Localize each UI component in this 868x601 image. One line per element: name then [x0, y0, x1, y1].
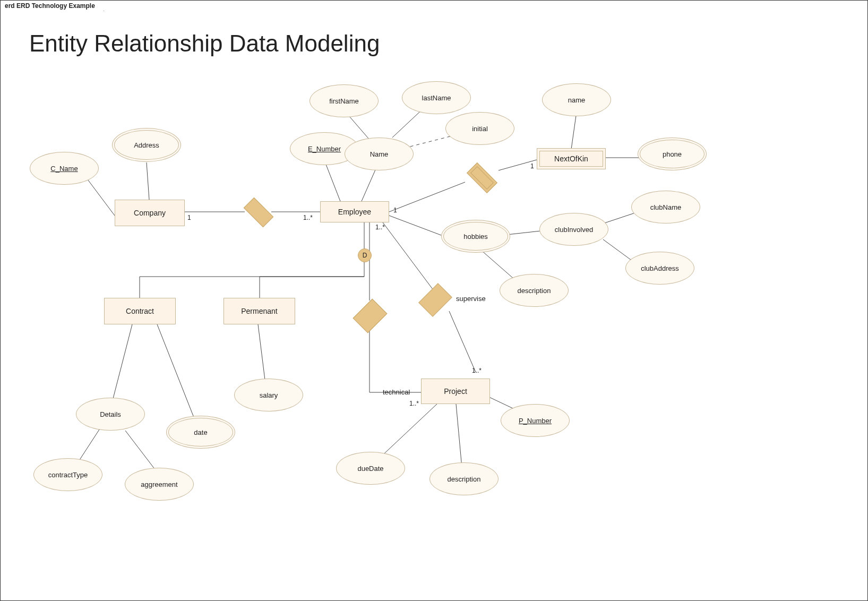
attr-duedate: dueDate	[336, 452, 405, 485]
card-employee-company: 1..*	[303, 214, 313, 221]
svg-line-9	[389, 182, 465, 212]
card-project-technical: 1..*	[409, 400, 419, 407]
card-company: 1	[187, 214, 191, 221]
disjoint-indicator: D	[358, 248, 372, 262]
svg-line-5	[362, 165, 377, 201]
attr-contracttype: contractType	[33, 458, 102, 491]
svg-line-11	[571, 112, 577, 149]
attr-firstname: firstName	[310, 84, 379, 117]
attr-details: Details	[76, 398, 145, 431]
entity-permenant: Permenant	[224, 298, 295, 324]
attr-address: Address	[112, 128, 181, 162]
attr-clubinvolved: clubInvolved	[539, 213, 608, 246]
attr-initial: initial	[445, 112, 514, 145]
card-employee-project: 1..*	[375, 224, 385, 231]
attr-lastname: lastName	[402, 81, 471, 114]
entity-employee: Employee	[320, 201, 389, 222]
svg-line-33	[449, 311, 476, 372]
svg-line-32	[383, 222, 433, 290]
attr-clubaddress: clubAddress	[625, 252, 694, 285]
attr-nok-name: name	[542, 83, 611, 116]
attr-aggreement: aggreement	[125, 468, 194, 501]
frame-tab: erd ERD Technology Example	[0, 0, 104, 11]
attr-phone: phone	[638, 138, 707, 170]
attr-hobbies: hobbies	[441, 220, 510, 253]
svg-line-1	[147, 162, 149, 200]
relationship-supervise	[425, 286, 444, 313]
card-nok: 1	[530, 162, 534, 170]
svg-line-13	[389, 216, 441, 235]
label-technical: technical	[383, 388, 410, 396]
attr-salary: salary	[234, 379, 303, 411]
relationship-technical	[359, 302, 380, 329]
attr-name: Name	[345, 138, 414, 170]
attr-proj-description: description	[429, 462, 499, 495]
card-project-supervise: 1..*	[472, 367, 482, 374]
relationship-employee-nextofkin	[468, 170, 495, 184]
diagram-title: Entity Relationship Data Modeling	[29, 30, 380, 57]
entity-project: Project	[421, 379, 490, 404]
attr-hobbies-description: description	[500, 274, 569, 307]
attr-clubname: clubName	[631, 191, 700, 224]
card-employee-nok: 1	[393, 207, 397, 214]
entity-nextofkin: NextOfKin	[537, 148, 606, 169]
attr-p-number: P_Number	[501, 404, 570, 437]
relationship-company-employee	[245, 205, 271, 219]
label-supervise: supervise	[456, 295, 486, 303]
attr-c-name: C_Name	[30, 152, 99, 185]
entity-company: Company	[115, 200, 185, 226]
svg-line-25	[157, 324, 197, 425]
attr-date: date	[166, 416, 235, 449]
svg-line-24	[111, 324, 132, 407]
entity-contract: Contract	[104, 298, 176, 324]
diagram-frame: erd ERD Technology Example Entity Relati…	[0, 0, 868, 601]
